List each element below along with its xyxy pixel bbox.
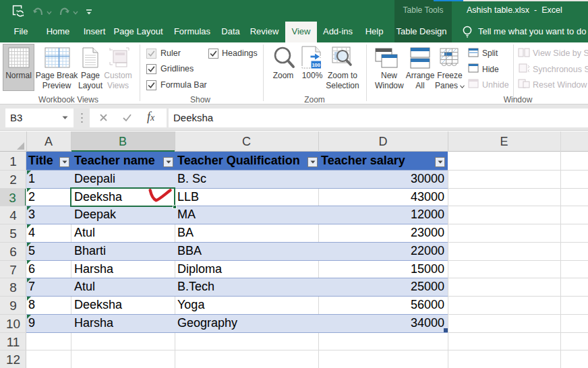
svg-text:100: 100: [312, 62, 320, 68]
